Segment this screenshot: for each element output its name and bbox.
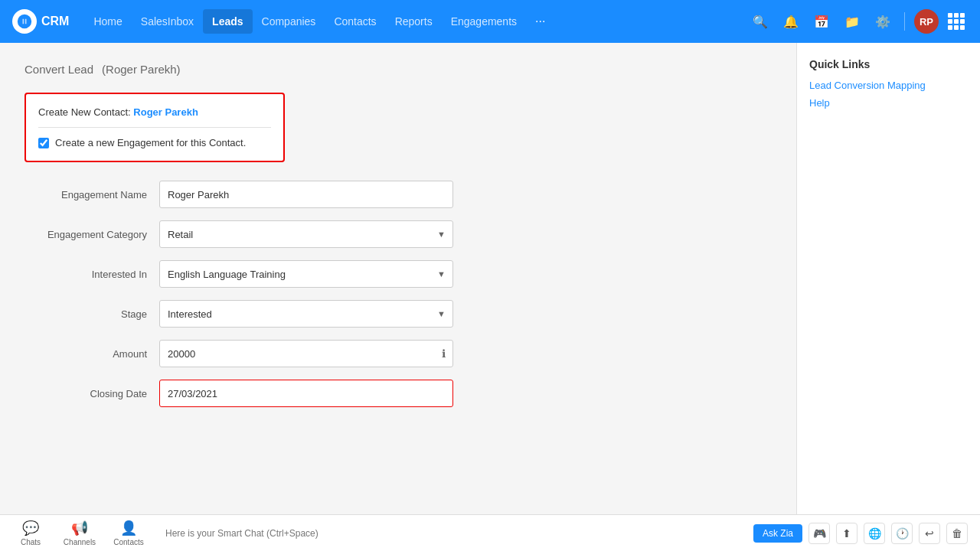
engagement-category-select-wrap: Retail ▼ bbox=[159, 220, 453, 248]
engagement-checkbox[interactable] bbox=[38, 138, 49, 148]
stage-row: Stage Interested ▼ bbox=[24, 300, 453, 328]
bottom-tab-chats[interactable]: 💬Chats bbox=[12, 520, 49, 546]
top-navigation: CRM HomeSalesInboxLeadsCompaniesContacts… bbox=[0, 0, 980, 43]
channels-icon: 📢 bbox=[71, 520, 88, 536]
interested-in-label: Interested In bbox=[24, 269, 147, 280]
engagement-checkbox-row: Create a new Engagement for this Contact… bbox=[38, 137, 271, 148]
settings-icon[interactable]: ⚙️ bbox=[871, 9, 895, 34]
nav-item-engagements[interactable]: Engagements bbox=[442, 9, 526, 34]
nav-item-companies[interactable]: Companies bbox=[253, 9, 325, 34]
engagement-category-select[interactable]: Retail bbox=[159, 220, 453, 248]
nav-item-salesinbox[interactable]: SalesInbox bbox=[132, 9, 203, 34]
page-title: Convert Lead (Roger Parekh) bbox=[24, 61, 772, 77]
nav-item-reports[interactable]: Reports bbox=[386, 9, 442, 34]
notifications-icon[interactable]: 🔔 bbox=[779, 9, 803, 34]
calendar-icon[interactable]: 📅 bbox=[809, 9, 834, 34]
stage-select[interactable]: Interested bbox=[159, 300, 453, 328]
bottom-bar: 💬Chats📢Channels👤Contacts Ask Zia 🎮 ⬆ 🌐 🕐… bbox=[0, 514, 980, 551]
engagement-name-input[interactable] bbox=[159, 181, 453, 208]
folder-icon[interactable]: 📁 bbox=[840, 9, 864, 34]
bottom-tab-channels[interactable]: 📢Channels bbox=[61, 520, 98, 546]
amount-info-icon[interactable]: ℹ bbox=[442, 347, 446, 360]
nav-item-contacts[interactable]: Contacts bbox=[325, 9, 385, 34]
interested-in-row: Interested In English Language Training … bbox=[24, 260, 453, 288]
contact-card-label: Create New Contact: Roger Parekh bbox=[38, 106, 271, 118]
amount-label: Amount bbox=[24, 348, 147, 360]
quick-links-title: Quick Links bbox=[809, 58, 968, 70]
closing-date-row: Closing Date bbox=[24, 380, 453, 407]
upload-icon[interactable]: ⬆ bbox=[836, 523, 858, 544]
avatar[interactable]: RP bbox=[914, 9, 939, 34]
engagement-name-row: Engagement Name bbox=[24, 181, 453, 208]
bottom-tab-contacts[interactable]: 👤Contacts bbox=[110, 520, 147, 546]
nav-item-home[interactable]: Home bbox=[84, 9, 131, 34]
stage-select-wrap: Interested ▼ bbox=[159, 300, 453, 328]
engagement-category-row: Engagement Category Retail ▼ bbox=[24, 220, 453, 248]
apps-grid-icon[interactable] bbox=[945, 10, 968, 33]
page-title-subtitle: (Roger Parekh) bbox=[102, 63, 181, 76]
smart-chat-input[interactable] bbox=[165, 528, 735, 539]
crm-logo-text: CRM bbox=[41, 15, 69, 28]
logo-icon bbox=[12, 9, 37, 34]
engagement-name-label: Engagement Name bbox=[24, 189, 147, 201]
chats-icon: 💬 bbox=[22, 520, 39, 536]
crm-logo[interactable]: CRM bbox=[12, 9, 69, 34]
amount-row: Amount ℹ bbox=[24, 340, 453, 367]
closing-date-input[interactable] bbox=[159, 380, 453, 407]
engagement-category-label: Engagement Category bbox=[24, 229, 147, 240]
bottom-right-actions: Ask Zia 🎮 ⬆ 🌐 🕐 ↩ 🗑 bbox=[753, 523, 968, 544]
stage-label: Stage bbox=[24, 308, 147, 320]
translate-icon[interactable]: 🌐 bbox=[864, 523, 885, 544]
engagement-checkbox-label: Create a new Engagement for this Contact… bbox=[55, 137, 246, 148]
interested-in-select[interactable]: English Language Training bbox=[159, 260, 453, 288]
quick-links-list: Lead Conversion MappingHelp bbox=[809, 80, 968, 109]
amount-input-wrap: ℹ bbox=[159, 340, 453, 367]
nav-divider bbox=[904, 12, 905, 31]
contact-name: Roger Parekh bbox=[133, 106, 198, 118]
quick-links-sidebar: Quick Links Lead Conversion MappingHelp bbox=[796, 43, 980, 514]
nav-more-button[interactable]: ··· bbox=[529, 8, 551, 34]
clock-icon[interactable]: 🕐 bbox=[891, 523, 913, 544]
ask-zia-button[interactable]: Ask Zia bbox=[753, 524, 802, 543]
smart-chat-area bbox=[165, 528, 735, 539]
card-divider bbox=[38, 127, 271, 128]
contact-card-text: Create New Contact: bbox=[38, 106, 131, 118]
closing-date-label: Closing Date bbox=[24, 388, 147, 399]
main-content: Convert Lead (Roger Parekh) Create New C… bbox=[0, 43, 796, 514]
nav-right-actions: 🔍 🔔 📅 📁 ⚙️ RP bbox=[748, 9, 968, 34]
quick-link-lead-conversion-mapping[interactable]: Lead Conversion Mapping bbox=[809, 80, 968, 91]
nav-item-leads[interactable]: Leads bbox=[203, 9, 252, 34]
amount-input[interactable] bbox=[159, 340, 453, 367]
search-icon[interactable]: 🔍 bbox=[748, 9, 773, 34]
trash-icon[interactable]: 🗑 bbox=[946, 523, 968, 544]
page-title-text: Convert Lead bbox=[24, 63, 93, 76]
history-icon[interactable]: ↩ bbox=[919, 523, 940, 544]
bottom-tabs: 💬Chats📢Channels👤Contacts bbox=[12, 520, 147, 546]
quick-link-help[interactable]: Help bbox=[809, 97, 968, 109]
main-wrapper: Convert Lead (Roger Parekh) Create New C… bbox=[0, 43, 980, 514]
engagement-form: Engagement Name Engagement Category Reta… bbox=[24, 181, 453, 407]
contacts-icon: 👤 bbox=[120, 520, 137, 536]
gamepad-icon[interactable]: 🎮 bbox=[808, 523, 830, 544]
nav-items: HomeSalesInboxLeadsCompaniesContactsRepo… bbox=[84, 15, 526, 28]
interested-in-select-wrap: English Language Training ▼ bbox=[159, 260, 453, 288]
create-contact-card: Create New Contact: Roger Parekh Create … bbox=[24, 93, 285, 162]
